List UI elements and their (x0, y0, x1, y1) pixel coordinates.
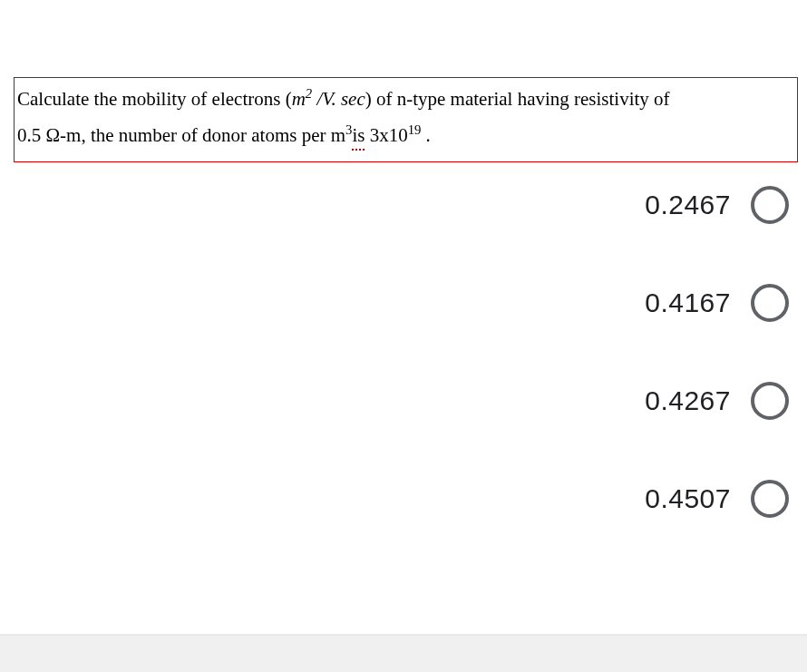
val-prefix: 3x10 (365, 124, 407, 146)
question-text: Calculate the mobility of electrons (m2 … (17, 82, 794, 154)
radio-icon[interactable] (751, 480, 789, 518)
option-row[interactable]: 0.4507 (426, 480, 789, 518)
option-label: 0.2467 (645, 190, 731, 220)
option-label: 0.4167 (645, 287, 731, 318)
radio-icon[interactable] (751, 284, 789, 322)
question-part2: ) of n-type material having resistivity … (365, 88, 670, 110)
option-label: 0.4507 (645, 483, 731, 514)
option-label: 0.4267 (645, 385, 731, 416)
period: . (421, 124, 431, 146)
unit-v: V. sec (322, 88, 365, 110)
cube-exp: 3 (345, 122, 352, 137)
question-line2a: 0.5 Ω-m, the number of donor atoms per m (17, 124, 345, 146)
question-box: Calculate the mobility of electrons (m2 … (14, 77, 798, 162)
bottom-bar (0, 634, 807, 672)
option-row[interactable]: 0.4167 (426, 284, 789, 322)
unit-m: m (292, 88, 306, 110)
is-word: is (352, 118, 365, 154)
radio-icon[interactable] (751, 382, 789, 420)
options-list: 0.2467 0.4167 0.4267 0.4507 (426, 177, 789, 518)
question-part1: Calculate the mobility of electrons ( (17, 88, 292, 110)
radio-icon[interactable] (751, 186, 789, 224)
unit-slash: / (312, 88, 322, 110)
val-exp: 19 (408, 122, 422, 137)
option-row[interactable]: 0.2467 (426, 186, 789, 224)
option-row[interactable]: 0.4267 (426, 382, 789, 420)
